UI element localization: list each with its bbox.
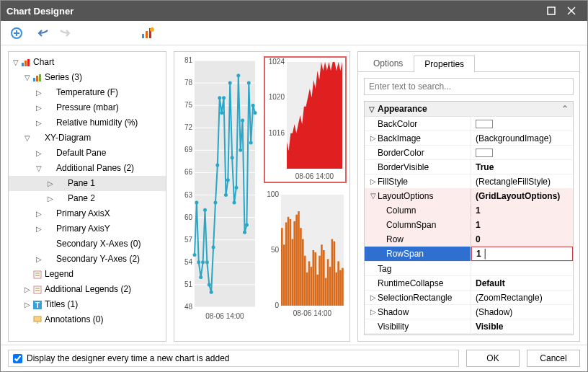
svg-point-64 <box>220 111 223 115</box>
svg-text:1016: 1016 <box>269 129 285 137</box>
svg-text:0: 0 <box>275 301 279 309</box>
svg-rect-103 <box>306 273 308 306</box>
svg-point-69 <box>231 156 234 159</box>
category-appearance[interactable]: ▽Appearance⌃ <box>365 102 573 117</box>
svg-rect-100 <box>300 228 302 306</box>
property-grid[interactable]: ▽Appearance⌃ BackColor ▷BackImage(Backgr… <box>364 101 574 335</box>
tree-pane-1[interactable]: ▷Pane 1 <box>9 176 166 191</box>
tree-titles[interactable]: ▷TTitles (1) <box>9 297 166 312</box>
svg-point-52 <box>195 200 198 204</box>
svg-rect-97 <box>293 221 295 306</box>
svg-point-74 <box>241 118 244 122</box>
svg-text:69: 69 <box>184 146 193 154</box>
svg-point-57 <box>205 260 209 264</box>
svg-text:78: 78 <box>184 79 193 87</box>
cancel-button[interactable]: Cancel <box>527 350 580 367</box>
tree-secondary-x[interactable]: ▷Secondary X-Axes (0) <box>9 236 166 252</box>
tab-options[interactable]: Options <box>362 55 414 71</box>
svg-point-71 <box>234 186 238 190</box>
svg-point-70 <box>233 200 236 204</box>
category-behavior[interactable]: ▽Behavior <box>365 334 573 335</box>
tree-series-item[interactable]: ▷Pressure (mbar) <box>9 100 166 115</box>
svg-text:08-06 14:00: 08-06 14:00 <box>205 312 244 320</box>
svg-rect-118 <box>337 261 339 306</box>
maximize-button[interactable] <box>541 4 561 18</box>
svg-rect-19 <box>34 286 41 293</box>
tree-pane-2[interactable]: ▷Pane 2 <box>9 191 166 206</box>
tree-legend[interactable]: ▷Legend <box>9 267 166 282</box>
chart-settings-icon[interactable] <box>141 26 155 40</box>
svg-point-62 <box>215 164 219 167</box>
prop-rowspan-editing[interactable]: RowSpan1│ <box>365 247 573 262</box>
tree-chart[interactable]: ▽Chart <box>9 55 166 70</box>
svg-rect-120 <box>342 268 344 306</box>
svg-text:08-06 14:00: 08-06 14:00 <box>295 172 334 180</box>
tree-additional-legends[interactable]: ▷Additional Legends (2) <box>9 282 166 297</box>
svg-rect-6 <box>142 34 144 38</box>
svg-rect-0 <box>548 7 555 14</box>
svg-point-55 <box>201 260 205 264</box>
svg-rect-117 <box>335 273 337 306</box>
svg-rect-14 <box>36 76 38 81</box>
svg-rect-104 <box>308 261 311 306</box>
svg-point-78 <box>249 141 253 145</box>
svg-point-79 <box>251 104 255 107</box>
svg-point-51 <box>193 253 197 257</box>
svg-point-77 <box>247 81 251 85</box>
close-button[interactable] <box>561 4 582 18</box>
svg-rect-115 <box>331 239 334 306</box>
search-input[interactable] <box>364 78 574 95</box>
preview-panel: 48515457606366697275788108-06 14:00 1016… <box>174 51 350 342</box>
svg-rect-99 <box>298 211 300 306</box>
svg-rect-112 <box>325 278 327 306</box>
tree-primary-axis-x[interactable]: ▷Primary AxisX <box>9 206 166 221</box>
properties-panel: Options Properties ▽Appearance⌃ BackColo… <box>357 51 580 342</box>
svg-point-72 <box>236 74 240 77</box>
tree-panel: ▽Chart ▽Series (3) ▷Temperature (F) ▷Pre… <box>8 51 166 342</box>
tree-series-item[interactable]: ▷Temperature (F) <box>9 85 166 100</box>
chart-tree[interactable]: ▽Chart ▽Series (3) ▷Temperature (F) ▷Pre… <box>9 55 166 327</box>
always-show-checkbox[interactable]: Display the designer every time a new ch… <box>8 350 459 367</box>
checkbox-icon[interactable] <box>13 354 22 363</box>
svg-point-53 <box>197 260 200 264</box>
tree-series-item[interactable]: ▷Relative humidity (%) <box>9 115 166 130</box>
redo-icon[interactable] <box>57 26 71 40</box>
svg-point-65 <box>222 96 226 99</box>
add-icon[interactable] <box>9 26 24 40</box>
swatch-icon <box>476 149 493 157</box>
svg-rect-101 <box>302 239 304 306</box>
tree-series[interactable]: ▽Series (3) <box>9 70 166 85</box>
svg-text:54: 54 <box>184 258 193 266</box>
svg-rect-114 <box>329 267 331 306</box>
tree-primary-axis-y[interactable]: ▷Primary AxisY <box>9 221 166 236</box>
svg-rect-93 <box>285 223 288 306</box>
svg-point-60 <box>212 246 215 249</box>
svg-text:57: 57 <box>184 236 193 244</box>
svg-text:1020: 1020 <box>269 93 285 101</box>
tree-annotations[interactable]: ▷Annotations (0) <box>9 312 166 327</box>
tree-default-pane[interactable]: ▷Default Pane <box>9 146 166 161</box>
svg-text:75: 75 <box>184 101 193 109</box>
svg-rect-7 <box>146 31 148 38</box>
footer: Display the designer every time a new ch… <box>1 345 587 371</box>
svg-point-61 <box>213 200 217 204</box>
tabs: Options Properties <box>358 52 579 72</box>
tree-xydiagram[interactable]: ▽XY-Diagram <box>9 130 166 146</box>
svg-rect-106 <box>313 250 315 306</box>
tree-secondary-y[interactable]: ▷Secondary Y-Axes (2) <box>9 252 166 267</box>
svg-point-68 <box>228 81 232 85</box>
svg-rect-111 <box>323 250 325 306</box>
tree-additional-panes[interactable]: ▽Additional Panes (2) <box>9 161 166 176</box>
svg-text:50: 50 <box>271 246 280 254</box>
svg-point-54 <box>199 275 202 279</box>
undo-icon[interactable] <box>37 26 51 40</box>
svg-text:63: 63 <box>184 191 193 199</box>
svg-text:60: 60 <box>184 213 193 221</box>
svg-rect-95 <box>290 219 292 306</box>
tab-properties[interactable]: Properties <box>414 56 475 72</box>
svg-rect-105 <box>311 267 313 306</box>
svg-rect-11 <box>24 61 27 66</box>
svg-rect-108 <box>316 275 318 306</box>
ok-button[interactable]: OK <box>466 350 520 367</box>
svg-rect-102 <box>304 256 306 306</box>
